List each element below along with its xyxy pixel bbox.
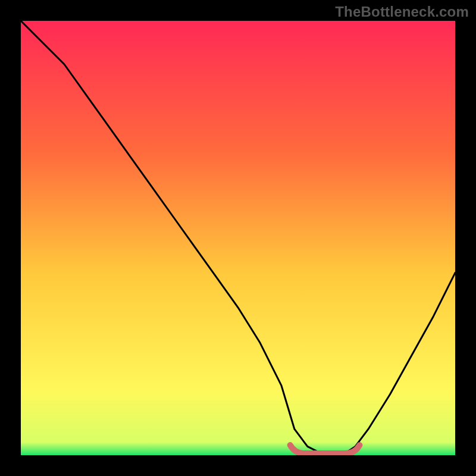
- chart-frame: TheBottleneck.com: [0, 0, 476, 476]
- plot-svg: [21, 21, 455, 455]
- gradient-background: [21, 21, 455, 455]
- plot-area: [21, 21, 455, 455]
- watermark-text: TheBottleneck.com: [335, 4, 469, 20]
